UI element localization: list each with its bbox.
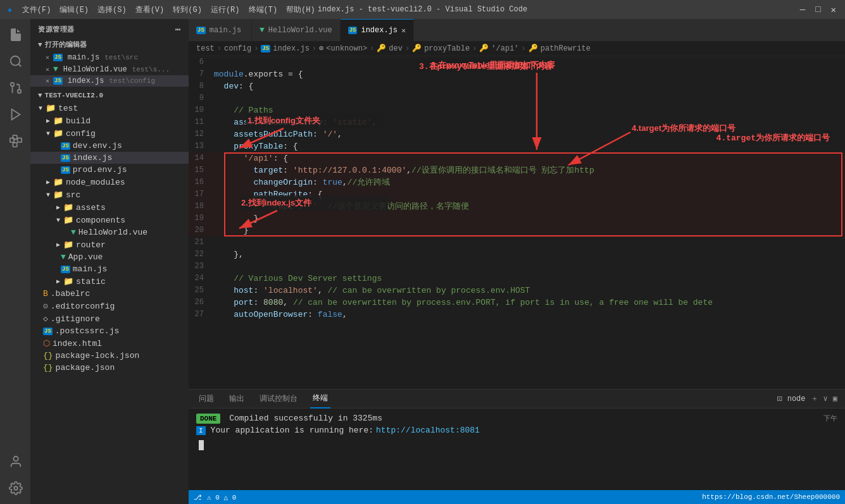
editor-item-helloworld[interactable]: ✕ ▼ HelloWorld.vue test\s... bbox=[30, 63, 189, 75]
tree-item-babelrc[interactable]: Β .babelrc bbox=[30, 288, 189, 300]
menu-view[interactable]: 查看(V) bbox=[132, 3, 168, 16]
tree-item-prodenvjs[interactable]: JS prod.env.js bbox=[30, 164, 189, 176]
tree-item-gitignore[interactable]: ◇ .gitignore bbox=[30, 312, 189, 325]
panel-dropdown-icon[interactable]: ∨ bbox=[823, 394, 828, 403]
code-line-19: 19 } bbox=[189, 212, 845, 224]
breadcrumb-pathrewrite[interactable]: pathRewrite bbox=[541, 44, 591, 53]
tab-helloworldvue[interactable]: ▼ HelloWorld.vue bbox=[252, 19, 341, 41]
menu-terminal[interactable]: 终端(T) bbox=[245, 3, 282, 16]
new-file-icon[interactable]: ⋯ bbox=[175, 24, 181, 35]
menu-select[interactable]: 选择(S) bbox=[94, 3, 130, 16]
breadcrumb-proxytable[interactable]: proxyTable bbox=[424, 44, 470, 53]
tree-item-helloworldvue[interactable]: ▼ HelloWorld.vue bbox=[30, 226, 189, 238]
close-icon[interactable]: ✕ bbox=[46, 54, 49, 61]
project-title[interactable]: ▼ TEST-VUECLI2.0 bbox=[30, 89, 189, 102]
activity-git-icon[interactable] bbox=[4, 77, 26, 99]
menu-run[interactable]: 运行(R) bbox=[207, 3, 244, 16]
activity-settings-icon[interactable] bbox=[4, 477, 26, 499]
tree-item-components[interactable]: ▼ 📁 components bbox=[30, 214, 189, 226]
editor-item-mainjs[interactable]: ✕ JS main.js test\src bbox=[30, 52, 189, 63]
code-line-13: 13 proxyTable: { bbox=[189, 140, 845, 152]
tree-item-editorconfig[interactable]: ⚙ .editorconfig bbox=[30, 300, 189, 312]
activity-extensions-icon[interactable] bbox=[4, 130, 26, 152]
breadcrumb-key-icon3: 🔑 bbox=[479, 44, 489, 53]
tab-label: main.js bbox=[210, 26, 241, 35]
activity-account-icon[interactable] bbox=[4, 451, 26, 472]
open-editors-title[interactable]: ▼ 打开的编辑器 bbox=[30, 37, 189, 52]
activity-search-icon[interactable] bbox=[4, 51, 26, 72]
tree-item-static[interactable]: ▶ 📁 static bbox=[30, 275, 189, 288]
tree-item-nodemodules[interactable]: ▶ 📁 node_modules bbox=[30, 176, 189, 188]
close-button[interactable]: ✕ bbox=[829, 4, 839, 15]
line-number: 22 bbox=[189, 249, 214, 261]
breadcrumb-config[interactable]: config bbox=[224, 44, 251, 53]
line-number: 7 bbox=[189, 68, 214, 80]
line-content: // Various Dev Server settings bbox=[214, 273, 845, 285]
panel-tab-debug[interactable]: 调试控制台 bbox=[257, 390, 300, 409]
close-icon[interactable]: ✕ bbox=[46, 77, 49, 85]
tree-item-packagelock[interactable]: {} package-lock.json bbox=[30, 350, 189, 362]
panel-plus-icon[interactable]: ＋ bbox=[811, 393, 818, 404]
menu-goto[interactable]: 转到(G) bbox=[169, 3, 206, 16]
tab-indexjs[interactable]: JS index.js ✕ bbox=[341, 19, 415, 41]
line-content: assetsPublicPath: '/', bbox=[214, 128, 845, 140]
tree-item-postcssrc[interactable]: JS .postcssrc.js bbox=[30, 325, 189, 337]
status-url[interactable]: https://blog.csdn.net/Sheep000000 bbox=[702, 493, 840, 501]
tree-item-indexjs[interactable]: JS index.js bbox=[30, 152, 189, 164]
activity-run-icon[interactable] bbox=[4, 104, 26, 125]
panel-layout-icon[interactable]: ▣ bbox=[833, 394, 837, 403]
titlebar: ✦ 文件(F) 编辑(E) 选择(S) 查看(V) 转到(G) 运行(R) 终端… bbox=[0, 0, 845, 19]
code-line-14: 14 '/api': { bbox=[189, 152, 845, 164]
tab-label: HelloWorld.vue bbox=[268, 26, 332, 35]
terminal-running-line: I Your application is running here: http… bbox=[196, 426, 837, 435]
panel-tab-terminal[interactable]: 终端 bbox=[310, 390, 330, 409]
tree-item-indexhtml[interactable]: ⬡ index.html bbox=[30, 337, 189, 350]
tree-item-devenvjs[interactable]: JS dev.env.js bbox=[30, 140, 189, 152]
tree-item-label: node_modules bbox=[66, 178, 125, 187]
code-editor[interactable]: 6 7 module.exports = { 8 dev: { 9 bbox=[189, 56, 845, 389]
tree-item-config[interactable]: ▼ 📁 config bbox=[30, 127, 189, 140]
panel-tab-problems[interactable]: 问题 bbox=[196, 390, 216, 409]
activity-files-icon[interactable] bbox=[4, 24, 26, 46]
tree-item-label: .editorconfig bbox=[51, 302, 115, 311]
js-icon: JS bbox=[43, 328, 53, 335]
breadcrumb-api[interactable]: '/api' bbox=[491, 44, 518, 53]
breadcrumb-unknown[interactable]: <unknown> bbox=[326, 44, 367, 53]
menu-edit[interactable]: 编辑(E) bbox=[56, 3, 92, 16]
panel-split-icon[interactable]: ⊡ bbox=[777, 393, 782, 404]
svg-rect-9 bbox=[13, 143, 16, 147]
tree-item-src[interactable]: ▼ 📁 src bbox=[30, 188, 189, 201]
menu-file[interactable]: 文件(F) bbox=[18, 3, 55, 16]
tree-item-mainjs[interactable]: JS main.js bbox=[30, 263, 189, 275]
close-icon[interactable]: ✕ bbox=[46, 66, 49, 73]
breadcrumb-indexjs[interactable]: index.js bbox=[273, 44, 310, 53]
folder-icon: 📁 bbox=[63, 215, 73, 225]
minimize-button[interactable]: — bbox=[798, 4, 808, 15]
tab-close-button[interactable]: ✕ bbox=[401, 26, 406, 35]
terminal-timestamp: 下午 bbox=[823, 414, 837, 423]
line-content: host: 'localhost', // can be overwritten… bbox=[214, 285, 845, 297]
tree-item-test[interactable]: ▼ 📁 test bbox=[30, 102, 189, 114]
tab-mainjs[interactable]: JS main.js bbox=[189, 19, 252, 41]
tree-item-router[interactable]: ▶ 📁 router bbox=[30, 238, 189, 251]
folder-arrow: ▼ bbox=[53, 217, 63, 224]
breadcrumb-sep2: › bbox=[254, 44, 258, 53]
tree-item-build[interactable]: ▶ 📁 build bbox=[30, 114, 189, 127]
maximize-button[interactable]: □ bbox=[813, 4, 823, 15]
config-icon: ⚙ bbox=[43, 301, 48, 311]
code-line-12: 12 assetsPublicPath: '/', bbox=[189, 128, 845, 140]
panel-tab-output[interactable]: 输出 bbox=[227, 390, 247, 409]
panel-node-label[interactable]: node bbox=[787, 395, 806, 403]
code-line-15: 15 target: 'http://127.0.0.1:4000',//设置你… bbox=[189, 164, 845, 176]
panel-header-right: ⊡ node ＋ ∨ ▣ bbox=[777, 393, 837, 404]
tree-item-assets[interactable]: ▶ 📁 assets bbox=[30, 201, 189, 214]
status-errors[interactable]: ⚠ 0 △ 0 bbox=[207, 493, 236, 501]
breadcrumb-dev[interactable]: dev bbox=[389, 44, 403, 53]
menu-help[interactable]: 帮助(H) bbox=[282, 3, 319, 16]
breadcrumb-test[interactable]: test bbox=[196, 44, 215, 53]
editor-item-indexjs[interactable]: ✕ JS index.js test\config bbox=[30, 75, 189, 87]
line-number: 16 bbox=[189, 176, 214, 188]
line-content: pathRewrite: { bbox=[214, 188, 845, 200]
tree-item-appvue[interactable]: ▼ App.vue bbox=[30, 251, 189, 263]
tree-item-packagejson[interactable]: {} package.json bbox=[30, 362, 189, 374]
